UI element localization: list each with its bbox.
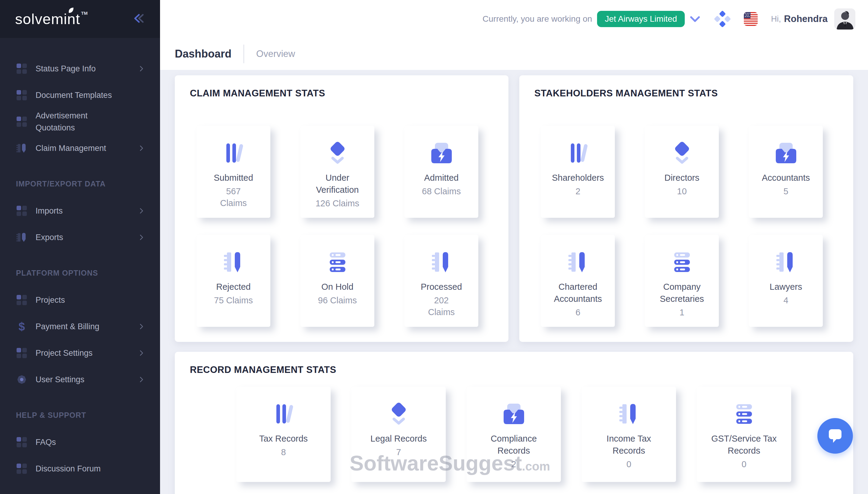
diamonds-cluster-icon[interactable] xyxy=(714,10,731,28)
sidebar-nav: Status Page Info Document Templates Adve… xyxy=(0,38,160,482)
sidebar-item-imports[interactable]: Imports xyxy=(0,197,160,224)
dollar-icon: $ xyxy=(16,321,27,332)
stat-tile-submitted[interactable]: Submitted567 Claims xyxy=(197,126,270,218)
stat-tile-legal-records[interactable]: Legal Records7 xyxy=(351,387,446,482)
sidebar-item-status-page-info[interactable]: Status Page Info xyxy=(0,55,160,82)
chevron-right-icon xyxy=(138,349,146,357)
sidebar-item-exports[interactable]: Exports xyxy=(0,224,160,251)
stat-value: 10 xyxy=(677,186,687,197)
stat-tile-company-secretaries[interactable]: Company Secretaries1 xyxy=(645,235,719,327)
sidebar: solvemint TM Status Page Info xyxy=(0,0,160,494)
chevron-down-icon[interactable] xyxy=(688,14,702,24)
sidebar-item-label: Discussion Forum xyxy=(36,463,101,475)
ruler-pen-icon xyxy=(564,248,593,277)
tiles-grid: Tax Records8 Legal Records7 Compliance R… xyxy=(236,387,853,482)
sidebar-item-advertisement-quotations[interactable]: Advertisement Quotations xyxy=(0,109,160,135)
stat-value: 2 xyxy=(575,186,580,197)
stat-value: 75 Claims xyxy=(214,294,253,306)
stat-tile-shareholders[interactable]: Shareholders2 xyxy=(541,126,615,218)
books-icon xyxy=(269,400,298,429)
stat-tile-tax-records[interactable]: Tax Records8 xyxy=(236,387,331,482)
stat-label: Income Tax Records xyxy=(592,433,666,457)
stat-tile-chartered-accountants[interactable]: Chartered Accountants6 xyxy=(541,235,615,327)
stat-tile-admitted[interactable]: Admitted68 Claims xyxy=(404,126,478,218)
sidebar-item-label: Document Templates xyxy=(36,89,112,101)
stat-label: Under Verification xyxy=(310,172,365,196)
sidebar-item-payment-billing[interactable]: $Payment & Billing xyxy=(0,313,160,340)
stat-tile-rejected[interactable]: Rejected75 Claims xyxy=(197,235,270,327)
stat-value: 0 xyxy=(741,458,746,470)
books-icon xyxy=(564,139,593,168)
chevron-right-icon xyxy=(138,144,146,152)
working-on-label: Currently, you are working on xyxy=(482,14,592,24)
server-icon xyxy=(730,400,759,429)
stat-value: 0 xyxy=(626,458,631,470)
tab-divider xyxy=(243,44,244,63)
chevron-right-icon xyxy=(138,233,146,241)
tabbar: Dashboard Overview xyxy=(160,38,868,70)
sidebar-item-label: Status Page Info xyxy=(36,63,96,75)
stat-value: 7 xyxy=(396,446,401,458)
stat-label: Lawyers xyxy=(770,281,802,293)
tiles-grid: Shareholders2 Directors10 Accountants5 C… xyxy=(541,126,853,327)
stat-label: GST/Service Tax Records xyxy=(707,433,781,457)
sidebar-item-claim-management[interactable]: Claim Management xyxy=(0,135,160,162)
language-flag-button[interactable] xyxy=(744,12,758,26)
grid-icon xyxy=(16,294,27,306)
sidebar-collapse-button[interactable] xyxy=(131,12,147,26)
diamond-icon xyxy=(668,139,697,168)
stat-tile-gst-service-tax-records[interactable]: GST/Service Tax Records0 xyxy=(697,387,791,482)
record-management-stats-card: RECORD MANAGEMENT STATS Tax Records8 Leg… xyxy=(175,352,853,494)
sidebar-item-discussion-forum[interactable]: Discussion Forum xyxy=(0,455,160,482)
chat-button[interactable] xyxy=(817,418,853,454)
leaf-icon xyxy=(67,7,75,16)
sidebar-item-project-settings[interactable]: Project Settings xyxy=(0,340,160,366)
stat-label: Directors xyxy=(664,172,699,184)
claims-icon xyxy=(16,142,27,154)
grid-icon xyxy=(16,463,27,474)
card-title: CLAIM MANAGEMENT STATS xyxy=(190,88,509,99)
grid-icon xyxy=(16,63,27,74)
ruler-pen-icon xyxy=(772,248,800,277)
stat-tile-compliance-records[interactable]: Compliance Records2 xyxy=(466,387,561,482)
diamond-icon xyxy=(323,139,352,168)
card-title: STAKEHOLDERS MANAGEMENT STATS xyxy=(534,88,853,99)
stat-tile-income-tax-records[interactable]: Income Tax Records0 xyxy=(582,387,676,482)
stat-tile-under-verification[interactable]: Under Verification126 Claims xyxy=(300,126,374,218)
sidebar-item-label: Imports xyxy=(36,205,63,217)
stat-tile-processed[interactable]: Processed202 Claims xyxy=(404,235,478,327)
sidebar-item-projects[interactable]: Projects xyxy=(0,287,160,313)
stat-value: 5 xyxy=(783,186,788,197)
tab-dashboard[interactable]: Dashboard xyxy=(175,48,232,60)
stat-value: 126 Claims xyxy=(316,197,359,209)
sidebar-item-document-templates[interactable]: Document Templates xyxy=(0,82,160,109)
app: solvemint TM Status Page Info xyxy=(0,0,868,494)
sidebar-item-label: User Settings xyxy=(36,374,85,386)
inbox-bolt-icon xyxy=(427,139,456,168)
stat-value: 6 xyxy=(575,307,580,318)
ruler-pen-icon xyxy=(614,400,644,429)
tab-overview[interactable]: Overview xyxy=(256,49,295,59)
company-selector[interactable]: Jet Airways Limited xyxy=(597,11,685,27)
stat-tile-directors[interactable]: Directors10 xyxy=(645,126,719,218)
double-chevron-left-icon xyxy=(131,12,147,26)
sidebar-item-label: Exports xyxy=(36,231,63,244)
claims-icon xyxy=(16,232,27,243)
us-flag-icon xyxy=(744,12,758,26)
sidebar-item-user-settings[interactable]: User Settings xyxy=(0,366,160,393)
ruler-pen-icon xyxy=(427,248,456,277)
stat-tile-on-hold[interactable]: On Hold96 Claims xyxy=(300,235,374,327)
logo-trademark: TM xyxy=(81,11,88,16)
stat-label: Accountants xyxy=(762,172,810,184)
sidebar-item-faqs[interactable]: FAQs xyxy=(0,429,160,455)
sidebar-header: solvemint TM xyxy=(0,0,160,38)
user-avatar[interactable] xyxy=(834,8,855,30)
stat-label: Admitted xyxy=(424,172,458,184)
sidebar-item-label: Project Settings xyxy=(36,347,93,359)
stat-value: 96 Claims xyxy=(318,294,357,306)
grid-icon xyxy=(16,205,27,216)
sidebar-item-label: Claim Management xyxy=(36,142,106,154)
sidebar-item-label: FAQs xyxy=(36,436,56,449)
stat-tile-accountants[interactable]: Accountants5 xyxy=(749,126,823,218)
stat-tile-lawyers[interactable]: Lawyers4 xyxy=(749,235,823,327)
